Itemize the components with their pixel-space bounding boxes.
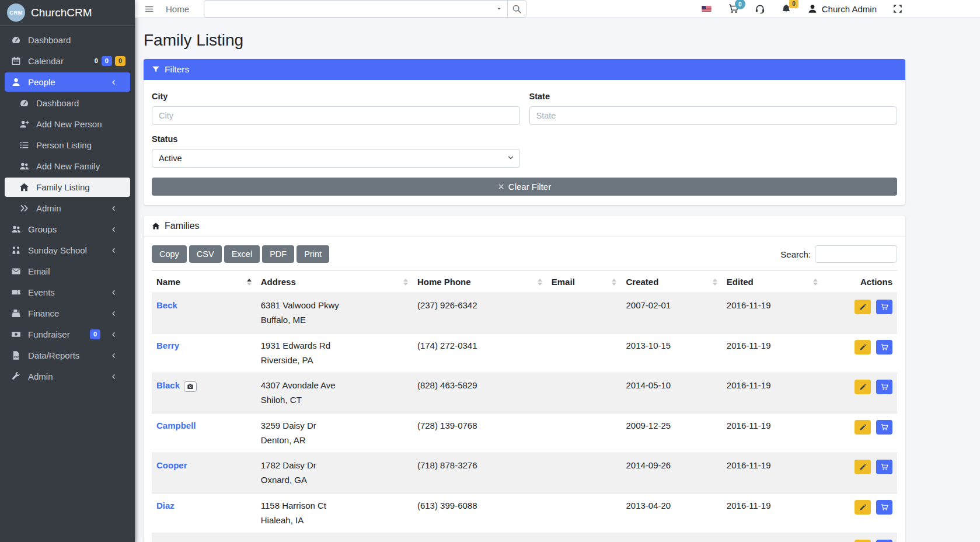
sidebar-badge: 0 [90, 329, 100, 339]
family-name-link[interactable]: Berry [156, 341, 179, 350]
sidebar-item-people[interactable]: People [5, 72, 130, 92]
sidebar-item-calendar[interactable]: Calendar000 [5, 51, 130, 71]
export-print-button[interactable]: Print [297, 245, 329, 263]
sidebar-item-admin[interactable]: Admin [5, 367, 130, 386]
home-link[interactable]: Home [166, 4, 189, 14]
language-flag-button[interactable] [700, 4, 713, 13]
created-cell: 2013-10-15 [621, 333, 721, 373]
family-cart-button[interactable] [876, 500, 892, 515]
table-row: Cooper1782 Daisy DrOxnard, GA(718) 878-3… [152, 453, 897, 494]
status-select[interactable]: Active [152, 149, 520, 168]
sidebar-item-label: Person Listing [36, 140, 92, 150]
edit-family-button[interactable] [855, 340, 871, 355]
global-search-select[interactable] [204, 0, 508, 18]
state-input[interactable] [529, 106, 898, 125]
clear-filter-button[interactable]: Clear Filter [152, 178, 897, 196]
phone-cell: (237) 926-6342 [413, 293, 547, 333]
families-card: Families CopyCSVExcelPDFPrint Search: [144, 216, 905, 542]
edit-family-button[interactable] [855, 380, 871, 394]
export-csv-button[interactable]: CSV [189, 245, 222, 263]
filters-card-header[interactable]: Filters [144, 59, 905, 80]
sidebar-badge: 0 [102, 56, 112, 66]
column-header-email[interactable]: Email [547, 271, 622, 293]
sidebar-item-label: Groups [28, 224, 57, 234]
sidebar-item-label: Calendar [28, 56, 64, 66]
sidebar-item-email[interactable]: Email [5, 262, 130, 281]
edit-family-button[interactable] [855, 500, 871, 515]
sidebar-item-dashboard[interactable]: Dashboard [5, 93, 130, 113]
notifications-badge: 0 [789, 0, 798, 8]
sidebar-item-family-listing[interactable]: Family Listing [5, 178, 130, 197]
cart-button[interactable]: 0 [728, 4, 739, 14]
sidebar-item-add-new-person[interactable]: Add New Person [5, 114, 130, 134]
family-name-link[interactable]: Cooper [156, 460, 187, 470]
edit-family-button[interactable] [855, 420, 871, 435]
column-header-name[interactable]: Name [152, 271, 256, 293]
sidebar-item-finance[interactable]: Finance [5, 304, 130, 323]
table-toolbar: CopyCSVExcelPDFPrint Search: [152, 245, 897, 263]
fullscreen-button[interactable] [892, 4, 903, 14]
edited-cell: 2016-11-19 [722, 333, 822, 373]
brand[interactable]: CRM ChurchCRM [0, 0, 135, 26]
sidebar-item-events[interactable]: Events [5, 283, 130, 302]
menu-toggle-button[interactable] [144, 4, 154, 14]
table-search-label: Search: [780, 249, 811, 259]
export-pdf-button[interactable]: PDF [262, 245, 294, 263]
chevron-left-icon [107, 247, 120, 254]
sidebar-item-data-reports[interactable]: PDFData/Reports [5, 346, 130, 365]
cart-icon [881, 343, 888, 351]
export-excel-button[interactable]: Excel [224, 245, 260, 263]
top-navbar: Home 0 0 [135, 0, 980, 18]
search-icon [512, 4, 522, 14]
sidebar-item-label: Admin [28, 371, 53, 381]
family-name-link[interactable]: Diaz [156, 501, 175, 510]
address-cell: 1931 Edwards RdRiverside, PA [256, 333, 413, 373]
sidebar-menu: DashboardCalendar000PeopleDashboardAdd N… [0, 26, 135, 392]
column-header-address[interactable]: Address [256, 271, 413, 293]
family-cart-button[interactable] [876, 460, 892, 474]
family-name-link[interactable]: Beck [156, 300, 177, 310]
family-cart-button[interactable] [876, 540, 892, 542]
sidebar-item-label: Finance [28, 308, 59, 318]
column-header-edited[interactable]: Edited [722, 271, 822, 293]
column-header-created[interactable]: Created [621, 271, 721, 293]
sort-icon [612, 279, 616, 286]
actions-cell [822, 373, 897, 414]
sort-icon [403, 279, 408, 286]
sidebar-item-person-listing[interactable]: Person Listing [5, 136, 130, 155]
pencil-icon [859, 503, 867, 511]
sidebar-item-add-new-family[interactable]: Add New Family [5, 157, 130, 176]
edited-cell: 2016-11-19 [722, 293, 822, 333]
family-name-link[interactable]: Black [156, 380, 180, 390]
sidebar-item-sunday-school[interactable]: Sunday School [5, 241, 130, 260]
notifications-button[interactable]: 0 [781, 4, 791, 14]
camera-icon [187, 383, 194, 390]
family-photo-button[interactable] [184, 381, 197, 392]
home-icon [18, 182, 31, 192]
phone-cell: (613) 399-6088 [413, 493, 547, 533]
address-cell: 6381 Valwood PkwyBuffalo, ME [256, 293, 413, 333]
export-copy-button[interactable]: Copy [152, 245, 187, 263]
family-cart-button[interactable] [876, 420, 892, 435]
family-cart-button[interactable] [876, 380, 892, 394]
sidebar-item-admin[interactable]: Admin [5, 199, 130, 218]
table-search-input[interactable] [815, 245, 897, 263]
family-name-link[interactable]: Campbell [156, 421, 196, 430]
city-input[interactable] [152, 106, 520, 125]
headset-icon [755, 4, 765, 14]
user-icon [9, 77, 23, 87]
sidebar-item-fundraiser[interactable]: Fundraiser0 [5, 325, 130, 344]
family-cart-button[interactable] [876, 340, 892, 355]
column-header-home-phone[interactable]: Home Phone [413, 271, 547, 293]
sidebar-item-groups[interactable]: Groups [5, 220, 130, 239]
edit-family-button[interactable] [855, 460, 871, 474]
user-menu-button[interactable]: Church Admin [807, 4, 877, 14]
family-cart-button[interactable] [876, 300, 892, 314]
edit-family-button[interactable] [855, 300, 871, 314]
navbar-search-button[interactable] [507, 0, 526, 18]
sidebar-item-dashboard[interactable]: Dashboard [5, 30, 130, 50]
chevron-left-icon [107, 373, 120, 380]
name-cell: Cooper [152, 453, 256, 494]
support-button[interactable] [755, 4, 765, 14]
edit-family-button[interactable] [855, 540, 871, 542]
